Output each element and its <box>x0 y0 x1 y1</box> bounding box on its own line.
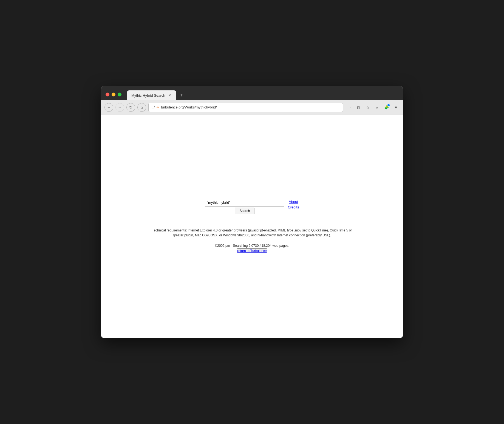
side-links: About Credits <box>288 199 299 210</box>
window-controls <box>106 93 121 96</box>
shield-icon: 🛡 <box>151 105 155 109</box>
copyright-info: ©2002 pm - Searching 2,0730,418,204 web … <box>215 243 289 254</box>
new-tab-button[interactable]: + <box>177 91 186 99</box>
technical-info: Technical requirements: Internet Explore… <box>151 228 353 238</box>
more-options-icon: ··· <box>347 105 351 110</box>
forward-button[interactable]: → <box>115 103 124 112</box>
technical-text: Technical requirements: Internet Explore… <box>152 228 352 237</box>
back-button[interactable]: ← <box>104 103 113 112</box>
search-input[interactable] <box>205 199 284 207</box>
home-button[interactable]: ⌂ <box>137 103 146 112</box>
search-button[interactable]: Search <box>235 208 254 214</box>
toolbar-right: ··· 🗑 ☆ » 🧩 ≡ <box>345 104 400 111</box>
browser-window: Mythic Hybrid Search ✕ + ← → ↻ ⌂ 🛡 ✏ ···… <box>101 86 403 338</box>
menu-button[interactable]: ≡ <box>392 104 400 111</box>
hamburger-icon: ≡ <box>395 105 397 110</box>
extensions-button[interactable]: 🧩 <box>383 104 390 111</box>
toolbar: ← → ↻ ⌂ 🛡 ✏ ··· 🗑 ☆ » 🧩 <box>101 100 403 114</box>
pocket-icon: 🗑 <box>356 105 360 110</box>
star-icon: ☆ <box>366 105 370 110</box>
overflow-button[interactable]: » <box>373 104 381 111</box>
active-tab[interactable]: Mythic Hybrid Search ✕ <box>127 90 176 100</box>
url-input[interactable] <box>161 105 340 109</box>
close-button[interactable] <box>106 93 109 96</box>
pocket-button[interactable]: 🗑 <box>355 104 362 111</box>
extensions-badge <box>387 104 390 106</box>
edit-icon: ✏ <box>157 105 159 109</box>
more-options-button[interactable]: ··· <box>345 104 353 111</box>
credits-link[interactable]: Credits <box>288 205 299 210</box>
bookmark-button[interactable]: ☆ <box>364 104 372 111</box>
tab-close-button[interactable]: ✕ <box>168 93 172 98</box>
copyright-text: ©2002 pm - Searching 2,0730,418,204 web … <box>215 243 289 248</box>
minimize-button[interactable] <box>112 93 115 96</box>
address-bar[interactable]: 🛡 ✏ <box>148 103 343 112</box>
overflow-icon: » <box>376 105 378 110</box>
search-area: Search About Credits <box>205 199 299 214</box>
maximize-button[interactable] <box>118 93 121 96</box>
tab-title: Mythic Hybrid Search <box>131 93 165 98</box>
search-input-group: Search <box>205 199 284 214</box>
tabs-area: Mythic Hybrid Search ✕ + <box>127 90 403 100</box>
search-form-row: Search About Credits <box>205 199 299 214</box>
return-link[interactable]: return to Turbulence <box>237 248 267 253</box>
reload-button[interactable]: ↻ <box>126 103 135 112</box>
page-content: Search About Credits Technical requireme… <box>101 114 403 338</box>
title-bar: Mythic Hybrid Search ✕ + <box>101 86 403 100</box>
about-link[interactable]: About <box>288 199 299 204</box>
